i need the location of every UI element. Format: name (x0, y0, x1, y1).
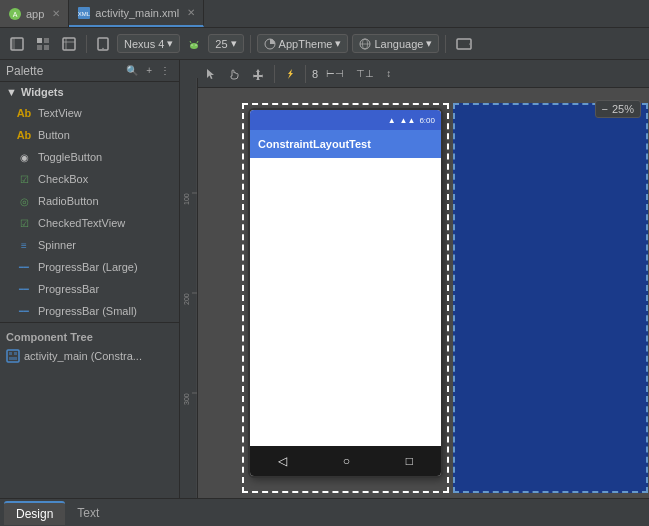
svg-rect-9 (44, 45, 49, 50)
widget-item-progressbar-large-label: ProgressBar (Large) (38, 261, 138, 273)
canvas-area[interactable]: ▲ ▲▲ 6:00 ConstraintLayoutTest ◁ ○ □ − 2… (198, 78, 649, 498)
svg-line-16 (190, 41, 191, 43)
android-icon: A (8, 7, 22, 21)
home-icon: ○ (343, 454, 350, 468)
svg-rect-24 (457, 39, 471, 49)
widget-item-progressbar[interactable]: ━━ ProgressBar (0, 278, 179, 300)
svg-point-15 (190, 43, 198, 49)
phone-content (250, 158, 441, 456)
tab-app-close[interactable]: ✕ (52, 8, 60, 19)
widget-item-progressbar-small[interactable]: ━━ ProgressBar (Small) (0, 300, 179, 322)
android-version-btn[interactable] (184, 36, 204, 52)
margin-all-btn[interactable]: ↕ (382, 66, 395, 81)
svg-rect-8 (37, 45, 42, 50)
widget-item-progressbar-large[interactable]: ━━ ProgressBar (Large) (0, 256, 179, 278)
svg-rect-26 (7, 350, 19, 362)
phone-nav-bar: ◁ ○ □ (250, 446, 441, 476)
svg-rect-7 (44, 38, 49, 43)
nexus-dropdown[interactable]: Nexus 4 ▾ (117, 34, 180, 53)
api-label: 25 (215, 38, 227, 50)
tab-activity-main-close[interactable]: ✕ (187, 7, 195, 18)
palette-toggle-btn[interactable] (6, 35, 28, 53)
pan-tool-btn[interactable] (224, 66, 244, 82)
checkedtextview-icon: ☑ (16, 215, 32, 231)
android-small-icon (188, 38, 200, 50)
widget-item-checkbox-label: CheckBox (38, 173, 88, 185)
svg-rect-5 (11, 38, 15, 50)
zoom-minus-btn[interactable]: − (602, 103, 608, 115)
palette-add-btn[interactable]: + (143, 63, 155, 78)
text-tab[interactable]: Text (65, 502, 111, 524)
phone-status-bar: ▲ ▲▲ 6:00 (250, 110, 441, 130)
margin-v-btn[interactable]: ⊤⊥ (352, 66, 378, 81)
language-dropdown[interactable]: Language ▾ (352, 34, 439, 53)
main-content: Palette 🔍 + ⋮ ▼ Widgets Ab TextView Ab B… (0, 60, 649, 498)
blueprint-icon (62, 37, 76, 51)
triangle-icon: ▼ (6, 86, 17, 98)
svg-point-18 (192, 44, 193, 45)
widget-item-radiobutton-label: RadioButton (38, 195, 99, 207)
design-toggle-btn[interactable] (32, 35, 54, 53)
blueprint-toggle-btn[interactable] (58, 35, 80, 53)
widget-item-checkedtextview[interactable]: ☑ CheckedTextView (0, 212, 179, 234)
svg-point-25 (469, 43, 470, 44)
svg-text:XML: XML (78, 11, 91, 17)
widget-item-checkbox[interactable]: ☑ CheckBox (0, 168, 179, 190)
tab-app[interactable]: A app ✕ (0, 0, 69, 27)
phone-frame: ▲ ▲▲ 6:00 ConstraintLayoutTest ◁ ○ □ (248, 108, 443, 478)
design-tab[interactable]: Design (4, 501, 65, 525)
svg-text:100: 100 (183, 193, 190, 205)
tab-activity-main[interactable]: XML activity_main.xml ✕ (69, 0, 204, 27)
text-tab-label: Text (77, 506, 99, 520)
palette-header: Palette 🔍 + ⋮ (0, 60, 179, 82)
widget-item-togglebutton[interactable]: ◉ ToggleButton (0, 146, 179, 168)
select-tool-btn[interactable] (202, 66, 220, 82)
hand-icon (228, 68, 240, 80)
svg-text:A: A (13, 11, 18, 18)
move-tool-btn[interactable] (248, 66, 268, 82)
api-dropdown[interactable]: 25 ▾ (208, 34, 243, 53)
svg-marker-46 (207, 69, 214, 79)
togglebutton-icon: ◉ (16, 149, 32, 165)
ruler-corner (180, 60, 198, 78)
theme-dropdown[interactable]: AppTheme ▾ (257, 34, 349, 53)
widget-item-radiobutton[interactable]: ◎ RadioButton (0, 190, 179, 212)
margin-v-icon: ⊤⊥ (356, 68, 374, 79)
tab-activity-main-label: activity_main.xml (95, 7, 179, 19)
palette-search-btn[interactable]: 🔍 (123, 63, 141, 78)
language-chevron-icon: ▾ (426, 37, 432, 50)
top-toolbar: Nexus 4 ▾ 25 ▾ AppTheme ▾ Language ▾ (0, 28, 649, 60)
component-tree-title: Component Tree (6, 331, 93, 343)
svg-point-14 (102, 47, 103, 48)
margin-all-icon: ↕ (386, 68, 391, 79)
wifi-icon: ▲ (388, 116, 396, 125)
component-tree: Component Tree activity_main (Constra... (0, 322, 179, 369)
separator-1 (86, 35, 87, 53)
orientation-btn[interactable] (93, 35, 113, 53)
palette-menu-btn[interactable]: ⋮ (157, 63, 173, 78)
svg-rect-29 (9, 357, 17, 360)
widgets-group-header[interactable]: ▼ Widgets (0, 82, 179, 102)
spinner-icon: ≡ (16, 237, 32, 253)
tablet-icon-btn[interactable] (452, 36, 476, 52)
widget-item-spinner[interactable]: ≡ Spinner (0, 234, 179, 256)
tab-bar: A app ✕ XML activity_main.xml ✕ (0, 0, 649, 28)
widget-item-button[interactable]: Ab Button (0, 124, 179, 146)
zoom-indicator[interactable]: − 25% (595, 100, 641, 118)
language-label: Language (374, 38, 423, 50)
lightning-btn[interactable] (281, 66, 299, 82)
svg-rect-27 (9, 352, 12, 355)
widgets-group-label: Widgets (21, 86, 64, 98)
margin-h-btn[interactable]: ⊢⊣ (322, 66, 348, 81)
move-icon (252, 68, 264, 80)
widget-item-togglebutton-label: ToggleButton (38, 151, 102, 163)
blueprint-panel (453, 103, 648, 493)
design-area[interactable]: 0 100 200 300 100 200 300 (180, 60, 649, 498)
ruler-vertical: 100 200 300 (180, 78, 198, 498)
tablet-icon (456, 38, 472, 50)
widget-item-textview[interactable]: Ab TextView (0, 102, 179, 124)
widget-item-spinner-label: Spinner (38, 239, 76, 251)
svg-rect-6 (37, 38, 42, 43)
left-panel: Palette 🔍 + ⋮ ▼ Widgets Ab TextView Ab B… (0, 60, 180, 498)
component-tree-item-activity[interactable]: activity_main (Constra... (6, 347, 173, 365)
